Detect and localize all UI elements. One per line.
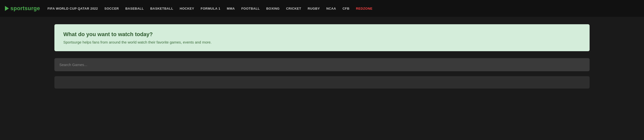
nav-link-formula1[interactable]: FORMULA 1 [200, 7, 220, 10]
nav-link-mma[interactable]: MMA [227, 7, 235, 10]
nav-link-cricket[interactable]: CRICKET [286, 7, 301, 10]
logo-text-highlight: surge [25, 5, 40, 12]
logo-text-normal: sport [10, 5, 25, 12]
nav-link-football[interactable]: FOOTBALL [242, 7, 260, 10]
nav-link-cfb[interactable]: CFB [342, 7, 350, 10]
banner-title: What do you want to watch today? [63, 31, 581, 38]
nav-link-boxing[interactable]: BOXING [266, 7, 280, 10]
nav-link-fifa[interactable]: FIFA WORLD CUP QATAR 2022 [48, 7, 98, 10]
banner-subtitle: Sportsurge helps fans from around the wo… [63, 40, 581, 44]
nav-link-baseball[interactable]: BASEBALL [126, 7, 144, 10]
search-input[interactable] [56, 59, 588, 70]
bottom-bar [54, 76, 590, 88]
logo-icon [5, 6, 9, 11]
nav-link-ncaa[interactable]: NCAA [326, 7, 336, 10]
nav-links: FIFA WORLD CUP QATAR 2022SOCCERBASEBALLB… [48, 7, 372, 10]
main-content: What do you want to watch today? Sportsu… [0, 17, 644, 96]
search-container [54, 58, 590, 71]
logo-text: sportsurge [10, 5, 40, 12]
nav-link-redzone[interactable]: REDZONE [356, 7, 372, 10]
nav-link-soccer[interactable]: SOCCER [104, 7, 119, 10]
logo[interactable]: sportsurge [5, 5, 40, 12]
nav-link-basketball[interactable]: BASKETBALL [150, 7, 173, 10]
nav-link-hockey[interactable]: HOCKEY [180, 7, 194, 10]
info-banner: What do you want to watch today? Sportsu… [54, 24, 590, 51]
nav-link-rugby[interactable]: RUGBY [308, 7, 320, 10]
navbar: sportsurge FIFA WORLD CUP QATAR 2022SOCC… [0, 0, 644, 17]
